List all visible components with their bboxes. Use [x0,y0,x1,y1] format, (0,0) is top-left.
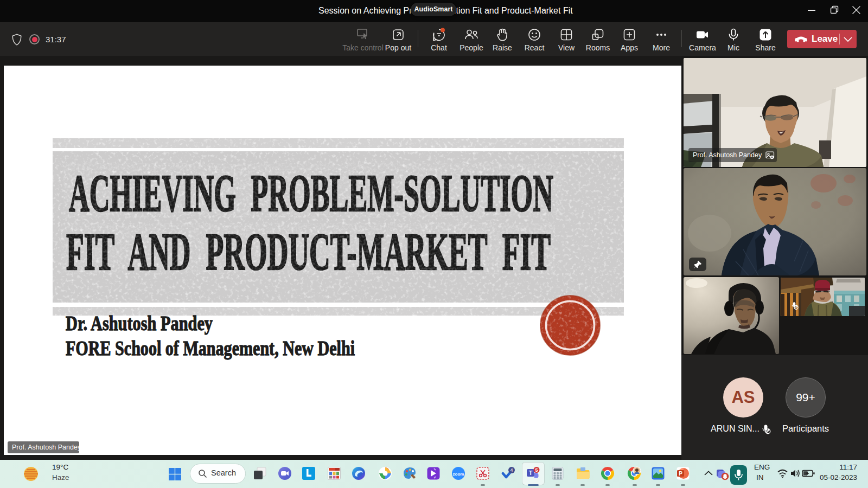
svg-text:P: P [679,471,682,477]
svg-text:4: 4 [510,467,513,473]
svg-text:5: 5 [535,467,538,473]
svg-text:FORE School of Management, New: FORE School of Management, New Delhi [66,337,355,360]
svg-text:Dr. Ashutosh Pandey: Dr. Ashutosh Pandey [66,312,213,335]
svg-text:zoom: zoom [453,472,464,477]
svg-text:T: T [529,470,533,476]
